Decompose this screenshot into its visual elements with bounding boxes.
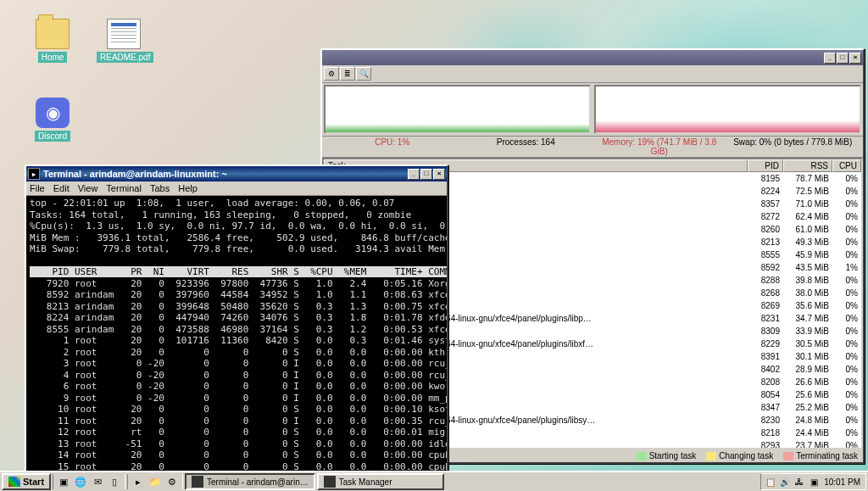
- cell-cpu: 0%: [829, 439, 858, 449]
- minimize-button[interactable]: _: [408, 169, 420, 180]
- cell-cpu: 0%: [829, 414, 858, 427]
- top-process-row: 2 root 20 0 0 0 0 S 0.0 0.0 0:00.00 kthr…: [30, 347, 447, 358]
- ql-icon[interactable]: ▣: [56, 474, 71, 489]
- cell-cpu: 0%: [829, 388, 858, 401]
- cell-rss: 39.8 MiB: [780, 274, 829, 287]
- top-process-row: 11 root 20 0 0 0 0 I 0.0 0.0 0:00.35 rcu…: [30, 416, 447, 427]
- col-pid[interactable]: PID: [748, 159, 783, 172]
- minimize-button[interactable]: _: [824, 53, 836, 64]
- cell-pid: 8268: [744, 287, 780, 299]
- task-manager-toolbar: ⚙ ≣ 🔍: [322, 65, 863, 83]
- cell-rss: 38.0 MiB: [780, 287, 829, 299]
- cell-cpu: 0%: [829, 363, 858, 376]
- ql-terminal-icon[interactable]: ▸: [131, 474, 146, 489]
- cell-cpu: 0%: [829, 338, 858, 350]
- tray-icon[interactable]: 🖧: [793, 476, 805, 488]
- ql-icon[interactable]: ⚙: [164, 474, 180, 489]
- close-button[interactable]: ×: [849, 53, 861, 64]
- terminal-window: ▸ Terminal - arindam@arindam-linuxmint: …: [25, 165, 448, 476]
- cell-cpu: 0%: [829, 236, 858, 248]
- top-process-row: 14 root 20 0 0 0 0 S 0.0 0.0 0:00.00 cpu…: [30, 449, 447, 460]
- cell-pid: 8293: [744, 439, 780, 449]
- cell-rss: 72.5 MiB: [780, 185, 829, 198]
- cell-rss: 35.6 MiB: [780, 299, 829, 312]
- cell-pid: 8195: [744, 172, 780, 185]
- ql-icon[interactable]: 📁: [147, 474, 163, 489]
- start-button[interactable]: Start: [2, 473, 51, 490]
- col-cpu[interactable]: CPU: [832, 159, 861, 172]
- cell-cpu: 0%: [829, 274, 858, 287]
- cell-cpu: 0%: [829, 172, 858, 185]
- ql-icon[interactable]: 🌐: [73, 474, 88, 489]
- toolbar-tree-button[interactable]: ≣: [340, 67, 355, 81]
- tray-icon[interactable]: ▣: [808, 476, 820, 488]
- taskbar-task-button[interactable]: Terminal - arindam@arin…: [185, 473, 315, 490]
- cell-rss: 62.4 MiB: [780, 210, 829, 223]
- home-folder-icon[interactable]: Home: [25, 19, 80, 63]
- cell-pid: 8391: [744, 350, 780, 363]
- terminal-titlebar[interactable]: ▸ Terminal - arindam@arindam-linuxmint: …: [26, 166, 447, 181]
- task-manager-graphs: [322, 83, 863, 136]
- readme-file-icon[interactable]: README.pdf: [97, 19, 151, 63]
- cell-cpu: 0%: [829, 223, 858, 236]
- top-header-row: PID USER PR NI VIRT RES SHR S %CPU %MEM …: [30, 266, 447, 277]
- cell-cpu: 0%: [829, 287, 858, 299]
- memory-graph: [594, 85, 861, 134]
- terminal-icon: ▸: [28, 168, 40, 180]
- cell-cpu: 0%: [829, 427, 858, 439]
- toolbar-search-button[interactable]: 🔍: [356, 67, 371, 81]
- top-process-row: 1 root 20 0 101716 11360 8420 S 0.0 0.3 …: [30, 335, 447, 346]
- cell-cpu: 1%: [829, 261, 858, 274]
- maximize-button[interactable]: □: [420, 169, 432, 180]
- toolbar-settings-button[interactable]: ⚙: [324, 67, 339, 81]
- cell-rss: 43.5 MiB: [780, 261, 829, 274]
- discord-app-icon[interactable]: ◉Discord: [25, 98, 80, 142]
- cell-pid: 8269: [744, 299, 780, 312]
- cell-rss: 26.6 MiB: [780, 376, 829, 388]
- taskbar-clock[interactable]: 10:01 PM: [822, 477, 862, 487]
- cell-rss: 45.9 MiB: [780, 248, 829, 261]
- cell-cpu: 0%: [829, 185, 858, 198]
- top-process-row: 10 root 20 0 0 0 0 S 0.0 0.0 0:00.10 kso…: [30, 404, 447, 415]
- task-button-label: Terminal - arindam@arin…: [207, 477, 309, 487]
- taskbar-task-button[interactable]: Task Manager: [317, 473, 444, 490]
- quick-launch: ▣ 🌐 ✉ ▯: [53, 474, 125, 489]
- menu-edit[interactable]: Edit: [53, 183, 70, 193]
- ql-icon[interactable]: ▯: [107, 474, 122, 489]
- cell-pid: 8224: [744, 185, 780, 198]
- cell-pid: 8208: [744, 376, 780, 388]
- cell-cpu: 0%: [829, 376, 858, 388]
- close-button[interactable]: ×: [433, 169, 445, 180]
- cell-cpu: 0%: [829, 299, 858, 312]
- cell-cpu: 0%: [829, 210, 858, 223]
- cell-pid: 8213: [744, 236, 780, 248]
- menu-help[interactable]: Help: [178, 183, 198, 193]
- cell-rss: 34.7 MiB: [780, 312, 829, 325]
- start-label: Start: [23, 477, 44, 487]
- desktop-icon-label: Home: [38, 52, 68, 63]
- task-icon: [192, 476, 203, 488]
- cell-pid: 8054: [744, 388, 780, 401]
- top-process-row: 8592 arindam 20 0 397960 44584 34952 S 1…: [30, 289, 447, 300]
- ql-icon[interactable]: ✉: [90, 474, 105, 489]
- top-process-row: 13 root -51 0 0 0 0 S 0.0 0.0 0:00.00 id…: [30, 438, 447, 449]
- cpu-graph: [324, 85, 591, 134]
- tray-icon[interactable]: 📋: [765, 476, 776, 488]
- task-manager-titlebar[interactable]: _ □ ×: [322, 50, 863, 65]
- cell-pid: 8402: [744, 363, 780, 376]
- menu-view[interactable]: View: [78, 183, 98, 193]
- cell-cpu: 0%: [829, 401, 858, 414]
- col-rss[interactable]: RSS: [783, 159, 832, 172]
- cell-rss: 33.9 MiB: [780, 325, 829, 338]
- menu-terminal[interactable]: Terminal: [106, 183, 142, 193]
- cell-rss: 28.9 MiB: [780, 363, 829, 376]
- maximize-button[interactable]: □: [837, 53, 849, 64]
- terminal-output[interactable]: top - 22:01:01 up 1:08, 1 user, load ave…: [26, 196, 447, 474]
- menu-tabs[interactable]: Tabs: [150, 183, 170, 193]
- menu-file[interactable]: File: [30, 183, 45, 193]
- cell-pid: 8357: [744, 198, 780, 210]
- cell-rss: 49.3 MiB: [780, 236, 829, 248]
- legend-starting: Starting task: [649, 451, 697, 460]
- cell-cpu: 0%: [829, 350, 858, 363]
- tray-icon[interactable]: 🔊: [779, 476, 791, 488]
